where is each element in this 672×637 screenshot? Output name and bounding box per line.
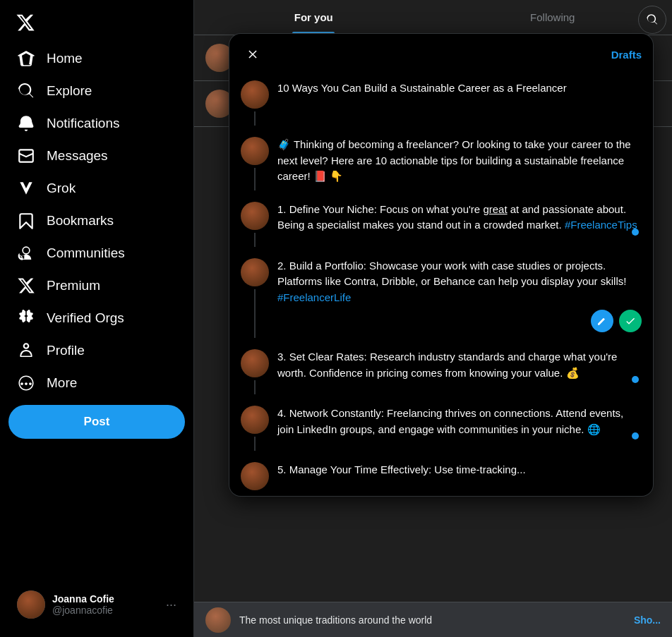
- thread-avatar-col-5: [241, 349, 269, 394]
- thread-avatar-col-1: [241, 80, 269, 126]
- edit-icon: [596, 315, 608, 327]
- bell-icon: [17, 114, 35, 133]
- thread-avatar-6: [241, 406, 269, 434]
- check-icon: [625, 315, 636, 327]
- modal-thread-content: 10 Ways You Can Build a Sustainable Care…: [229, 75, 653, 496]
- post-button[interactable]: Post: [8, 405, 185, 439]
- sidebar: Home Explore Notifications Messages Grok: [0, 0, 194, 637]
- sidebar-item-label-notifications: Notifications: [47, 116, 120, 131]
- home-icon: [17, 49, 35, 68]
- edit-icon-btn[interactable]: [591, 310, 613, 332]
- sidebar-item-more[interactable]: More: [8, 367, 185, 399]
- thread-body-1[interactable]: 10 Ways You Can Build a Sustainable Care…: [277, 80, 642, 126]
- thread-avatar-col-7: [241, 462, 269, 490]
- profile-avatar: [17, 590, 45, 619]
- thread-avatar-2: [241, 137, 269, 165]
- thread-item-5: 3. Set Clear Rates: Research industry st…: [241, 344, 642, 400]
- thread-line-1: [254, 111, 256, 126]
- thread-text-1: 10 Ways You Can Build a Sustainable Care…: [277, 80, 642, 97]
- sidebar-item-label-messages: Messages: [47, 148, 108, 164]
- more-icon: [17, 374, 35, 392]
- x-logo-icon: [16, 13, 35, 32]
- profile-section[interactable]: Joanna Cofie @joannacofie ···: [8, 583, 185, 626]
- thread-avatar-col-6: [241, 406, 269, 451]
- profile-more-dots: ···: [166, 597, 176, 612]
- blue-dot-5: [632, 376, 639, 383]
- sidebar-item-verified-orgs[interactable]: Verified Orgs: [8, 302, 185, 334]
- grok-icon: [17, 179, 35, 198]
- hashtag-freelancerlife: #FreelancerLife: [277, 291, 351, 303]
- thread-avatar-col-4: [241, 258, 269, 339]
- thread-item-3: 1. Define Your Niche: Focus on what you'…: [241, 196, 642, 253]
- modal-header: Drafts: [229, 34, 653, 75]
- sidebar-item-label-communities: Communities: [47, 245, 125, 261]
- close-button[interactable]: [241, 42, 265, 66]
- sidebar-item-grok[interactable]: Grok: [8, 172, 185, 205]
- thread-avatar-col-3: [241, 202, 269, 247]
- sidebar-item-label-premium: Premium: [47, 278, 100, 293]
- thread-avatar-7: [241, 462, 269, 490]
- thread-line-4: [254, 289, 256, 339]
- thread-icons-row-4: [277, 310, 642, 332]
- sidebar-item-home[interactable]: Home: [8, 42, 185, 75]
- thread-body-7[interactable]: 5. Manage Your Time Effectively: Use tim…: [277, 462, 642, 490]
- thread-body-4[interactable]: 2. Build a Portfolio: Showcase your work…: [277, 258, 642, 339]
- thread-text-4: 2. Build a Portfolio: Showcase your work…: [277, 258, 642, 306]
- thread-text-2: 🧳 Thinking of becoming a freelancer? Or …: [277, 137, 642, 185]
- sidebar-item-label-bookmarks: Bookmarks: [47, 213, 114, 229]
- avatar-image: [17, 590, 45, 619]
- thread-text-5: 3. Set Clear Rates: Research industry st…: [277, 349, 642, 381]
- thread-line-2: [254, 168, 256, 190]
- sidebar-item-communities[interactable]: Communities: [8, 237, 185, 269]
- thread-body-5[interactable]: 3. Set Clear Rates: Research industry st…: [277, 349, 642, 394]
- sidebar-item-label-more: More: [47, 375, 77, 391]
- drafts-button[interactable]: Drafts: [611, 49, 642, 61]
- premium-icon: [17, 277, 35, 295]
- profile-handle: @joannacofie: [52, 605, 159, 616]
- thread-avatar-col-2: [241, 137, 269, 190]
- thread-avatar-5: [241, 349, 269, 377]
- profile-names: Joanna Cofie @joannacofie: [52, 593, 159, 616]
- sidebar-item-premium[interactable]: Premium: [8, 269, 185, 302]
- compose-modal: Drafts 10 Ways You Can Build a Sustainab…: [229, 34, 653, 496]
- thread-text-7: 5. Manage Your Time Effectively: Use tim…: [277, 462, 642, 478]
- envelope-icon: [17, 147, 35, 165]
- thread-item-2: 🧳 Thinking of becoming a freelancer? Or …: [241, 131, 642, 196]
- bookmark-icon: [17, 212, 35, 230]
- thread-avatar-3: [241, 202, 269, 230]
- sidebar-item-bookmarks[interactable]: Bookmarks: [8, 205, 185, 237]
- thread-body-6[interactable]: 4. Network Constantly: Freelancing thriv…: [277, 406, 642, 451]
- hashtag-freelancetips: #FreelanceTips: [565, 219, 637, 231]
- sidebar-item-label-explore: Explore: [47, 83, 92, 99]
- thread-item-7: 5. Manage Your Time Effectively: Use tim…: [241, 456, 642, 496]
- sidebar-item-label-profile: Profile: [47, 343, 85, 358]
- thread-avatar-1: [241, 80, 269, 109]
- profile-display-name: Joanna Cofie: [52, 593, 159, 605]
- underline-great: great: [483, 203, 507, 215]
- person-icon: [17, 341, 35, 360]
- thread-line-3: [254, 233, 256, 247]
- close-icon: [246, 48, 259, 61]
- nav-menu: Home Explore Notifications Messages Grok: [8, 42, 185, 399]
- sidebar-item-notifications[interactable]: Notifications: [8, 107, 185, 140]
- sidebar-item-label-home: Home: [47, 51, 83, 66]
- thread-avatar-4: [241, 258, 269, 286]
- thread-text-6: 4. Network Constantly: Freelancing thriv…: [277, 406, 642, 437]
- thread-text-3: 1. Define Your Niche: Focus on what you'…: [277, 202, 642, 233]
- thread-body-2[interactable]: 🧳 Thinking of becoming a freelancer? Or …: [277, 137, 642, 190]
- thread-item-4: 2. Build a Portfolio: Showcase your work…: [241, 253, 642, 344]
- thread-body-3[interactable]: 1. Define Your Niche: Focus on what you'…: [277, 202, 642, 247]
- main-content: For you Following: [194, 0, 672, 637]
- sidebar-item-messages[interactable]: Messages: [8, 140, 185, 172]
- thread-line-5: [254, 380, 256, 394]
- thread-line-6: [254, 437, 256, 451]
- verified-icon: [17, 309, 35, 327]
- explore-icon: [17, 82, 35, 100]
- sidebar-item-label-verified-orgs: Verified Orgs: [47, 310, 124, 326]
- sidebar-item-explore[interactable]: Explore: [8, 75, 185, 107]
- blue-dot-3: [632, 229, 639, 236]
- sidebar-item-profile[interactable]: Profile: [8, 334, 185, 367]
- x-logo[interactable]: [8, 6, 42, 40]
- check-icon-btn[interactable]: [619, 310, 642, 332]
- communities-icon: [17, 244, 35, 262]
